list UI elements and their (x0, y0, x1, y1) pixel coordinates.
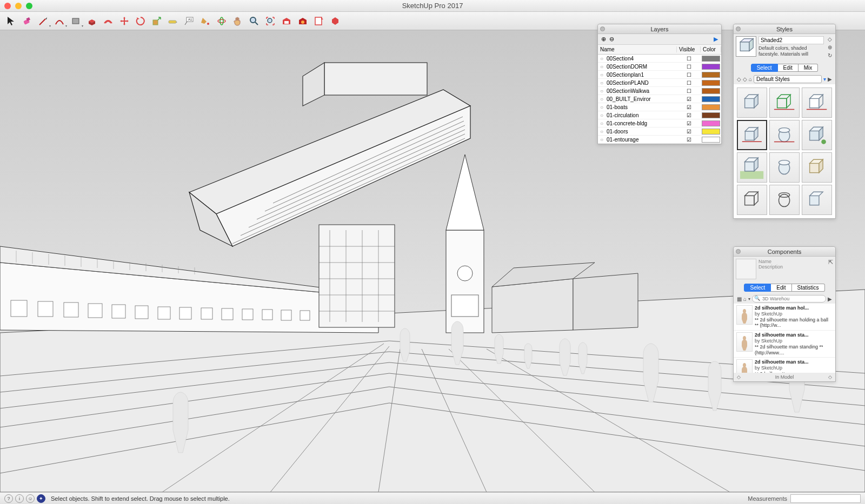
nav-back-icon[interactable]: ◇ (737, 76, 741, 82)
layer-name[interactable]: 01-concrete-bldg (606, 120, 677, 126)
layer-name[interactable]: 01-entourage (606, 137, 677, 143)
style-display-icon[interactable]: ◇ (826, 36, 833, 43)
components-list[interactable]: 2d silhouette man hol... by SketchUp ** … (734, 304, 835, 373)
layer-visible-checkbox[interactable]: ☐ (677, 80, 701, 86)
layer-color-swatch[interactable] (702, 88, 720, 94)
layer-radio[interactable] (598, 96, 606, 102)
info-icon[interactable]: i (15, 494, 24, 503)
tab-mix[interactable]: Mix (799, 64, 819, 72)
pan-tool[interactable] (230, 14, 245, 28)
layer-visible-checkbox[interactable]: ☐ (677, 72, 701, 78)
layer-color-swatch[interactable] (702, 112, 720, 118)
style-item[interactable] (802, 185, 832, 215)
layer-visible-checkbox[interactable]: ☑ (677, 120, 701, 126)
remove-layer-icon[interactable]: ⊖ (609, 36, 614, 43)
component-item[interactable]: 2d silhouette man sta... by SketchUp ** … (734, 358, 835, 373)
layer-radio[interactable] (598, 72, 606, 78)
pushpull-tool[interactable] (84, 14, 99, 28)
help-icon[interactable]: ? (4, 494, 13, 503)
home-icon[interactable]: ⌂ (749, 76, 752, 82)
details-icon[interactable]: ▶ (828, 76, 832, 82)
style-item[interactable] (737, 152, 767, 183)
component-item[interactable]: 2d silhouette man hol... by SketchUp ** … (734, 304, 835, 331)
user-icon[interactable]: ☺ (26, 494, 35, 503)
dropdown-icon[interactable]: ▾ (823, 76, 826, 82)
prev-icon[interactable]: ◇ (737, 374, 741, 380)
move-tool[interactable] (117, 14, 132, 28)
warehouse-tool[interactable] (279, 14, 294, 28)
line-tool[interactable]: ▾ (36, 14, 51, 28)
offset-tool[interactable] (101, 14, 116, 28)
layer-name[interactable]: 01-doors (606, 129, 677, 135)
layer-row[interactable]: 00SectionPLAND ☐ (598, 79, 721, 87)
layer-color-swatch[interactable] (702, 72, 720, 78)
search-input[interactable] (752, 295, 826, 303)
style-item[interactable] (769, 152, 800, 183)
component-pin-icon[interactable]: ⇱ (828, 259, 833, 279)
layer-name[interactable]: 01-boats (606, 104, 677, 110)
layer-name[interactable]: 00SectionWalkwa (606, 88, 677, 94)
style-new-icon[interactable]: ⊕ (826, 44, 833, 51)
zoom-tool[interactable] (247, 14, 262, 28)
text-tool[interactable]: A1 (182, 14, 197, 28)
layer-color-swatch[interactable] (702, 56, 720, 62)
layer-name[interactable]: 00_BUILT_Enviror (606, 96, 677, 102)
layer-row[interactable]: 00SectionDORM ☐ (598, 63, 721, 71)
style-collection-select[interactable]: Default Styles (754, 75, 822, 83)
style-item[interactable] (802, 120, 832, 150)
home-icon[interactable]: ⌂ (743, 296, 747, 302)
layer-row[interactable]: 01-doors ☑ (598, 127, 721, 136)
layer-row[interactable]: 01-boats ☑ (598, 103, 721, 111)
layer-radio[interactable] (598, 64, 606, 70)
layer-row[interactable]: 00_BUILT_Enviror ☑ (598, 95, 721, 103)
layout-tool[interactable] (311, 14, 327, 28)
view-toggle-icon[interactable]: ▦ (737, 296, 742, 302)
component-search[interactable] (752, 295, 826, 303)
arc-tool[interactable]: ▾ (52, 14, 67, 28)
component-item[interactable]: 2d silhouette man sta... by SketchUp ** … (734, 331, 835, 358)
tab-select[interactable]: Select (744, 284, 771, 292)
layer-color-swatch[interactable] (702, 137, 720, 143)
layer-color-swatch[interactable] (702, 96, 720, 102)
layer-name[interactable]: 00Section4 (606, 56, 677, 62)
layer-color-swatch[interactable] (702, 104, 720, 110)
zoom-extents-tool[interactable] (263, 14, 278, 28)
ext-warehouse-tool[interactable] (295, 14, 310, 28)
layer-row[interactable]: 01-circulation ☑ (598, 111, 721, 119)
layer-name[interactable]: 00SectionDORM (606, 64, 677, 70)
layer-name[interactable]: 00SectionPLAND (606, 80, 677, 86)
layer-radio[interactable] (598, 80, 606, 86)
add-layer-icon[interactable]: ⊕ (601, 36, 606, 43)
style-item-selected[interactable] (737, 120, 767, 150)
style-item[interactable] (769, 88, 800, 118)
components-panel[interactable]: Components Name Description ⇱ Select Edi… (733, 246, 836, 382)
layers-menu-icon[interactable]: ▶ (714, 36, 718, 43)
style-item[interactable] (737, 88, 767, 118)
zoom-icon[interactable] (26, 3, 32, 9)
style-item[interactable] (802, 88, 832, 118)
layer-visible-checkbox[interactable]: ☑ (677, 104, 701, 110)
style-thumbnail[interactable] (736, 36, 756, 57)
layers-panel-header[interactable]: Layers (598, 24, 721, 34)
layer-color-swatch[interactable] (702, 129, 720, 135)
layer-color-swatch[interactable] (702, 64, 720, 70)
layer-radio[interactable] (598, 129, 606, 135)
layer-visible-checkbox[interactable]: ☐ (677, 88, 701, 94)
tab-edit[interactable]: Edit (771, 284, 791, 292)
scale-tool[interactable] (149, 14, 164, 28)
select-tool[interactable] (3, 14, 18, 28)
layer-radio[interactable] (598, 88, 606, 94)
layer-visible-checkbox[interactable]: ☑ (677, 96, 701, 102)
layer-radio[interactable] (598, 120, 606, 126)
style-item[interactable] (737, 185, 767, 215)
shapes-tool[interactable]: ▾ (68, 14, 83, 28)
layer-visible-checkbox[interactable]: ☑ (677, 137, 701, 143)
eraser-tool[interactable] (19, 14, 35, 28)
styles-panel[interactable]: Styles Shaded2 Default colors, shaded fa… (733, 24, 836, 219)
style-item[interactable] (802, 152, 832, 183)
extension-manager-tool[interactable] (328, 14, 343, 28)
style-name[interactable]: Shaded2 (758, 36, 824, 44)
layers-list[interactable]: 00Section4 ☐ 00SectionDORM ☐ 00Sectionpl… (598, 55, 721, 144)
tab-select[interactable]: Select (751, 64, 778, 72)
layer-name[interactable]: 00Sectionplan1 (606, 72, 677, 78)
